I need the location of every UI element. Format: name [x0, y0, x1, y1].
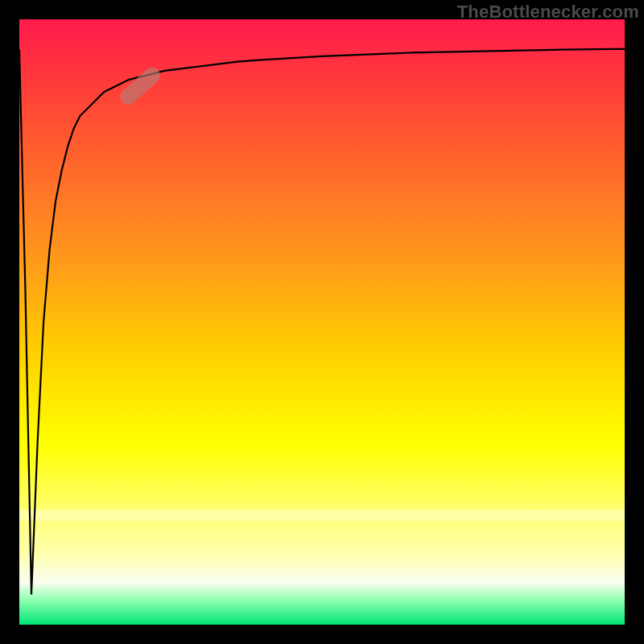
- chart-frame: TheBottlenecker.com: [0, 0, 644, 644]
- plot-area: [19, 19, 625, 625]
- highlight-band: [19, 510, 625, 521]
